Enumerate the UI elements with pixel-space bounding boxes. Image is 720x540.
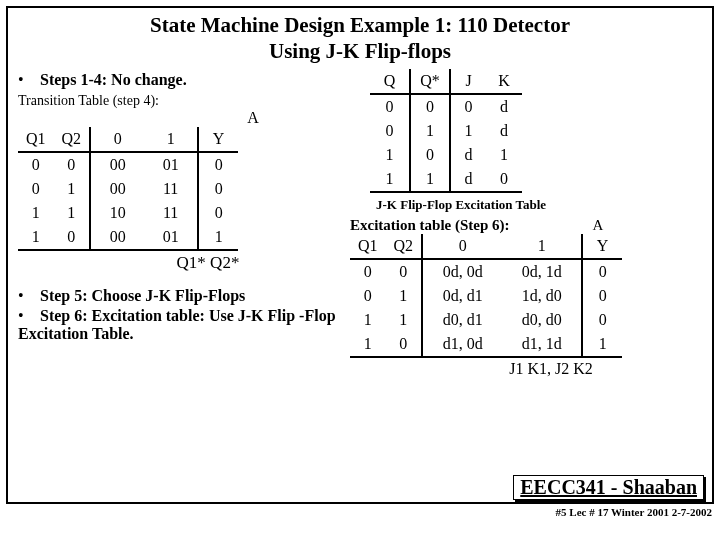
hdr-q2: Q2: [54, 127, 91, 152]
table-row: 1 0 00 01 1: [18, 225, 238, 250]
table-header-row: Q Q* J K: [370, 69, 522, 94]
hdr-q2: Q2: [386, 234, 423, 259]
excitation-table: Q1 Q2 0 1 Y 0 0 0d, 0d 0d, 1d 0 0 1 0d, …: [350, 234, 622, 358]
hdr-0: 0: [90, 127, 144, 152]
hdr-0: 0: [422, 234, 502, 259]
excitation-table-label: Excitation table (Step 6): A: [350, 217, 702, 234]
hdr-y: Y: [582, 234, 622, 259]
title-line1: State Machine Design Example 1: 110 Dete…: [150, 13, 570, 37]
jk-excitation-caption: J-K Flip-Flop Excitation Table: [376, 197, 702, 213]
table-row: 1 0 d 1: [370, 143, 522, 167]
bullet-text: Steps 1-4: No change.: [40, 71, 187, 88]
q1q2-star-label: Q1* Q2*: [78, 253, 338, 273]
hdr-J: J: [450, 69, 486, 94]
bullet-dot-icon: •: [18, 287, 36, 305]
hdr-Qstar: Q*: [410, 69, 450, 94]
title-line2: Using J-K Flip-flops: [269, 39, 451, 63]
left-column: • Steps 1-4: No change. Transition Table…: [18, 69, 338, 378]
bullet-dot-icon: •: [18, 71, 36, 89]
transition-table: Q1 Q2 0 1 Y 0 0 00 01 0 0 1 00 11: [18, 127, 238, 251]
hdr-K: K: [486, 69, 522, 94]
slide-title: State Machine Design Example 1: 110 Dete…: [18, 12, 702, 65]
hdr-q1: Q1: [350, 234, 386, 259]
content-columns: • Steps 1-4: No change. Transition Table…: [18, 69, 702, 378]
table-header-row: Q1 Q2 0 1 Y: [350, 234, 622, 259]
transition-table-label: Transition Table (step 4):: [18, 93, 338, 109]
table-header-row: Q1 Q2 0 1 Y: [18, 127, 238, 152]
jk-excitation-table: Q Q* J K 0 0 0 d 0 1 1 d 1: [370, 69, 522, 193]
hdr-q1: Q1: [18, 127, 54, 152]
bullet-text: Step 5: Choose J-K Flip-Flops: [40, 287, 245, 304]
A-header-right: A: [513, 217, 603, 234]
table-row: 0 1 1 d: [370, 119, 522, 143]
course-footer: EECC341 - Shaaban: [513, 475, 704, 500]
table-row: 0 0 0d, 0d 0d, 1d 0: [350, 259, 622, 284]
slide-frame: State Machine Design Example 1: 110 Dete…: [6, 6, 714, 504]
table-row: 1 1 10 11 0: [18, 201, 238, 225]
hdr-Q: Q: [370, 69, 410, 94]
table-row: 0 0 00 01 0: [18, 152, 238, 177]
table-row: 0 1 00 11 0: [18, 177, 238, 201]
A-header-left: A: [168, 109, 338, 127]
bullet-steps-1-4: • Steps 1-4: No change.: [18, 71, 338, 89]
bullet-text: Step 6: Excitation table: Use J-K Flip -…: [18, 307, 336, 342]
bullet-dot-icon: •: [18, 307, 36, 325]
hdr-1: 1: [502, 234, 582, 259]
hdr-y: Y: [198, 127, 238, 152]
table-row: 1 0 d1, 0d d1, 1d 1: [350, 332, 622, 357]
jk-foot-label: J1 K1, J2 K2: [400, 360, 702, 378]
slide-meta: #5 Lec # 17 Winter 2001 2-7-2002: [556, 506, 712, 518]
table-row: 1 1 d 0: [370, 167, 522, 192]
right-column: Q Q* J K 0 0 0 d 0 1 1 d 1: [350, 69, 702, 378]
table-row: 1 1 d0, d1 d0, d0 0: [350, 308, 622, 332]
table-row: 0 1 0d, d1 1d, d0 0: [350, 284, 622, 308]
bullet-step-6: • Step 6: Excitation table: Use J-K Flip…: [18, 307, 338, 343]
table-row: 0 0 0 d: [370, 94, 522, 119]
hdr-1: 1: [144, 127, 198, 152]
bullet-step-5: • Step 5: Choose J-K Flip-Flops: [18, 287, 338, 305]
